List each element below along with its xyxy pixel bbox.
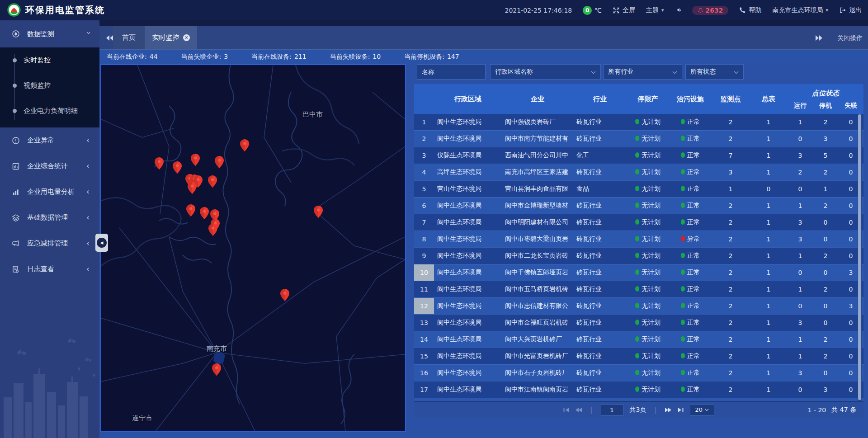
table-row[interactable]: 14阆中生态环境局阆中大兴页岩机砖厂砖瓦行业无计划正常21120 [414,331,863,348]
table-row[interactable]: 10阆中生态环境局阆中千佛镇五郎垭页岩砖瓦行业无计划正常21003 [414,264,863,281]
stat-item-3: 当前失联设备:10 [330,53,381,61]
mute-button[interactable] [675,8,681,13]
temperature-unit: ℃ [594,7,602,14]
datetime: 2021-02-25 17:46:18 [505,7,572,14]
name-search-input[interactable] [417,64,486,80]
map-panel[interactable]: 巴中市南充市遂宁市 [100,64,406,432]
table-scrollbar[interactable] [858,114,862,401]
sidebar-item-3[interactable]: 企业用电量分析‹ [0,179,99,205]
phone-icon [739,7,746,14]
first-page-button[interactable] [563,407,569,413]
map-pin-17[interactable] [212,363,221,376]
table-row[interactable]: 12阆中生态环境局阆中市忠信建材有限公砖瓦行业无计划正常21003 [414,297,863,314]
table-row[interactable]: 16阆中生态环境局阆中市石子页岩机砖厂砖瓦行业无计划正常21300 [414,364,863,381]
row-company: 阆中市光富页岩机砖厂 [502,352,573,360]
map-pin-8[interactable] [208,175,217,188]
logout-button[interactable]: 退出 [839,6,862,14]
sidebar-item-5[interactable]: 应急减排管理‹ [0,231,99,256]
sidebar-item-0[interactable]: 数据监测‹ [0,20,99,47]
row-index: 17 [414,381,434,398]
row-stop-count: 0 [813,269,838,276]
row-plan-status: 无计划 [627,319,669,327]
fullscreen-button[interactable]: 全屏 [613,6,635,14]
map-pin-1[interactable] [191,154,200,166]
row-total-count: 1 [750,302,788,310]
prev-page-button[interactable] [576,407,582,413]
tab-close-icon[interactable]: ✕ [183,34,190,41]
map-pin-9[interactable] [188,182,197,194]
stat-value: 147 [447,53,459,61]
sidebar-item-6[interactable]: 日志查看‹ [0,256,99,282]
map-pin-3[interactable] [155,157,164,170]
chevron-left-icon: ‹ [86,241,90,245]
table-row[interactable]: 17阆中生态环境局阆中市江南镇阆南页岩砖瓦行业无计划正常21030 [414,381,863,398]
row-index: 8 [414,231,434,247]
table-row[interactable]: 1阆中生态环境局阆中强锐页岩砖厂砖瓦行业无计划正常21120 [414,114,863,130]
stat-label: 当前在线企业: [107,53,147,61]
table-row[interactable]: 3仪陇生态环境局西南油气田分公司川中化工无计划正常71350 [414,147,863,164]
map-pin-16[interactable] [280,289,289,301]
industry-select[interactable]: 所有行业 [603,64,682,80]
row-monitor-count: 2 [712,219,750,226]
row-industry: 砖瓦行业 [573,319,627,327]
map-pin-11[interactable] [200,207,209,219]
tabs-scroll-left-button[interactable] [106,34,113,43]
row-facility-status: 正常 [669,302,712,310]
table-row[interactable]: 13阆中生态环境局阆中市金福旺页岩机砖砖瓦行业无计划正常21300 [414,314,863,331]
chevron-down-icon [705,409,709,411]
sidebar-subitem-1[interactable]: 视频监控 [0,73,99,98]
tab-realtime-monitor[interactable]: 实时监控 ✕ [145,26,197,49]
map-pin-4[interactable] [173,161,182,174]
sidebar-item-2[interactable]: 企业综合统计‹ [0,153,99,179]
help-button[interactable]: 帮助 [739,6,761,14]
status-select[interactable]: 所有状态 [685,64,744,80]
table-row[interactable]: 11阆中生态环境局阆中市五马桥页岩机砖砖瓦行业无计划正常21120 [414,281,863,297]
green-dot-icon [635,303,639,308]
notification-badge[interactable]: 2632 [692,6,729,15]
page-size-select[interactable]: 20 [690,404,714,416]
row-stop-count: 3 [813,135,838,142]
table-row[interactable]: 4高坪生态环境局南充市高坪区王家店建砖瓦行业无计划正常31220 [414,164,863,180]
last-page-button[interactable] [678,407,684,413]
table-row[interactable]: 2阆中生态环境局阆中市南方节能建材有砖瓦行业无计划正常21030 [414,130,863,147]
table-row[interactable]: 9阆中生态环境局阆中市二龙长宝页岩砖砖瓦行业无计划正常21120 [414,247,863,264]
table-row[interactable]: 7阆中生态环境局阆中明阳建材有限公司砖瓦行业无计划正常21300 [414,214,863,231]
row-facility-status: 正常 [669,285,712,293]
row-company: 西南油气田分公司川中 [502,151,573,160]
sidebar-collapse-button[interactable]: ◀ [95,234,108,252]
close-operations-button[interactable]: 关闭操作 [837,34,863,42]
row-index: 14 [414,331,434,348]
row-run-count: 0 [788,269,813,276]
tab-home[interactable]: 首页 [113,26,145,49]
region-select[interactable]: 行政区域名称 [490,64,601,80]
sidebar-subitem-0[interactable]: 实时监控 [0,47,99,73]
row-industry: 砖瓦行业 [573,202,627,210]
table-row[interactable]: 8阆中生态环境局阆中市枣碧大梁山页岩砖瓦行业无计划异常21300 [414,231,863,247]
org-dropdown[interactable]: 南充市生态环境局▾ [772,6,828,14]
table-row[interactable]: 15阆中生态环境局阆中市光富页岩机砖厂砖瓦行业无计划正常21120 [414,348,863,364]
green-dot-icon [681,119,685,124]
map-pin-10[interactable] [186,204,195,217]
row-index: 10 [414,264,434,281]
sidebar-subitem-2[interactable]: 企业电力负荷明细 [0,98,99,123]
stat-value: 10 [373,53,381,61]
stat-value: 3 [224,53,228,61]
theme-dropdown[interactable]: 主题▾ [646,6,664,14]
col-company: 企业 [531,95,544,104]
map-pin-15[interactable] [314,206,323,218]
table-row[interactable]: 6阆中生态环境局阆中市金博瑞新型墙材砖瓦行业无计划正常21120 [414,197,863,214]
sidebar-item-4[interactable]: 基础数据管理‹ [0,205,99,231]
stat-item-4: 当前停机设备:147 [404,53,459,61]
table-row[interactable]: 5营山生态环境局营山县润丰肉食品有限食品无计划正常10010 [414,180,863,197]
next-page-button[interactable] [665,407,671,413]
map-pin-14[interactable] [208,224,217,236]
map-pin-2[interactable] [215,156,224,168]
map-pin-0[interactable] [240,139,249,151]
table-row[interactable]: 18南部生态环境局南部县弘华水泥有限公建材行业无计划正常60060 [414,398,863,401]
page-number-input[interactable] [601,404,623,416]
tabs-scroll-right-button[interactable] [815,34,823,43]
scrollbar-thumb[interactable] [858,114,861,400]
sidebar-item-1[interactable]: 企业异常‹ [0,127,99,153]
row-industry: 砖瓦行业 [573,335,627,344]
row-monitor-count: 2 [712,319,750,326]
